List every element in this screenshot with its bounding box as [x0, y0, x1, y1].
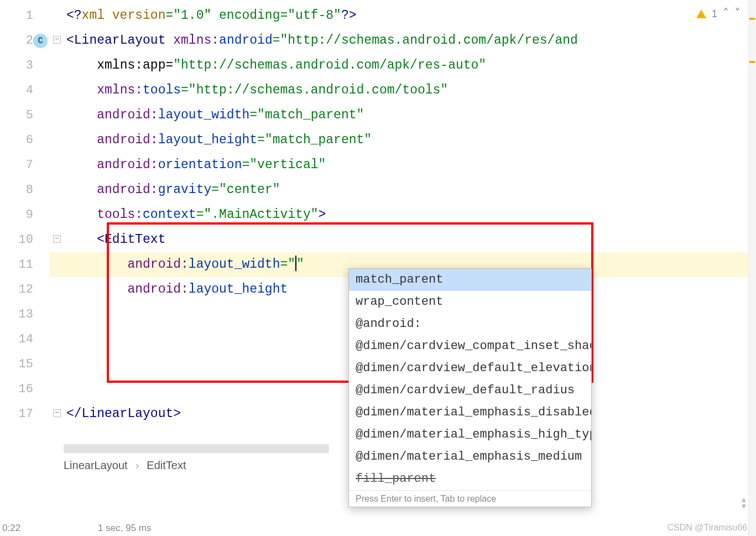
next-highlight-icon[interactable]: ˅ [734, 7, 741, 21]
code-line[interactable]: android:layout_width="match_parent" [50, 103, 756, 128]
code-token: "http://schemas.android.com/apk/res-auto… [173, 58, 486, 72]
fold-toggle-icon[interactable]: − [53, 235, 61, 243]
code-token: ="match_parent" [249, 108, 364, 122]
line-number: 12 [0, 277, 50, 302]
autocomplete-popup[interactable]: match_parentwrap_content@android:@dimen/… [348, 268, 592, 507]
rail-warning-mark[interactable] [749, 61, 755, 63]
warning-count: 1 [712, 8, 717, 20]
code-token: gravity [158, 183, 212, 197]
code-token: android: [97, 108, 158, 122]
code-token: android [219, 33, 273, 48]
code-token: LinearLayout [82, 407, 174, 421]
chevron-right-icon: › [135, 454, 139, 476]
line-number: 10 [0, 227, 50, 252]
prev-highlight-icon[interactable]: ˄ [723, 7, 729, 21]
code-token: " [296, 257, 304, 272]
code-line[interactable]: android:orientation="vertical" [50, 153, 756, 178]
code-line[interactable]: xmlns:tools="http://schemas.android.com/… [50, 78, 756, 103]
code-token: android: [127, 257, 188, 272]
code-token: ?> [341, 8, 357, 23]
code-token: LinearLayout [74, 33, 173, 48]
code-token: ="match_parent" [257, 133, 372, 147]
context-badge-icon: C [33, 34, 48, 48]
breadcrumb-item[interactable]: EditText [147, 454, 186, 476]
code-token: <? [66, 8, 82, 23]
code-token: layout_height [158, 133, 257, 147]
autocomplete-item[interactable]: @android: [349, 313, 591, 335]
code-line[interactable]: android:layout_height="match_parent" [50, 128, 756, 153]
line-number: 1 [0, 3, 50, 28]
code-line[interactable]: tools:context=".MainActivity"> [50, 202, 756, 227]
code-token: </ [66, 407, 82, 421]
code-token: < [66, 33, 74, 48]
code-line[interactable]: xmlns:app="http://schemas.android.com/ap… [50, 53, 756, 78]
fold-toggle-icon[interactable]: − [53, 36, 61, 44]
status-bar: 0:22 1 sec, 95 ms [2, 523, 151, 534]
line-number: 4 [0, 78, 50, 103]
autocomplete-item[interactable]: @dimen/cardview_default_elevation [349, 357, 591, 379]
breadcrumb-bar[interactable]: LinearLayout › EditText [64, 454, 186, 476]
autocomplete-item[interactable]: fill_parent [349, 468, 591, 490]
line-number-gutter: 1 2 C 3 4 5 6 7 8 9 10 11 12 13 14 15 16… [0, 0, 50, 536]
code-token: EditText [105, 232, 165, 247]
code-token: android: [97, 158, 158, 172]
code-token: layout_width [158, 108, 250, 122]
autocomplete-item[interactable]: @dimen/material_emphasis_medium [349, 446, 591, 468]
fold-toggle-icon[interactable]: − [53, 409, 61, 417]
autocomplete-item[interactable]: @dimen/material_emphasis_high_type [349, 424, 591, 446]
code-token: > [319, 207, 326, 222]
code-token: xmlns:app= [97, 58, 173, 72]
code-token: layout_width [189, 257, 280, 272]
error-stripe[interactable] [748, 0, 756, 536]
line-number: 3 [0, 53, 50, 78]
line-number: 11 [0, 252, 50, 277]
line-number: 2 C [0, 28, 50, 53]
watermark-text: CSDN @Tiramisu66 [667, 523, 747, 533]
code-token: =".MainActivity" [196, 207, 319, 222]
warning-icon [696, 9, 706, 18]
horizontal-scrollbar[interactable] [64, 444, 329, 453]
code-line[interactable]: android:gravity="center" [50, 178, 756, 202]
line-number: 5 [0, 103, 50, 128]
code-token: ="http://schemas.android.com/tools" [181, 83, 448, 97]
code-token: < [97, 232, 105, 247]
inspection-widget[interactable]: 1 ˄ ˅ [696, 7, 741, 21]
code-token: xmlns: [97, 83, 143, 97]
line-number: 17 [0, 402, 50, 426]
code-token: context [143, 207, 196, 222]
breadcrumb-item[interactable]: LinearLayout [64, 454, 128, 476]
code-token: orientation [158, 158, 242, 172]
text-cursor [295, 256, 296, 271]
corner-resize-icon: ▴▾ [741, 497, 747, 509]
code-token: ="vertical" [242, 158, 326, 172]
code-token: android: [97, 133, 158, 147]
code-token: ="http://schemas.android.com/apk/res/and [273, 33, 578, 48]
line-number: 14 [0, 327, 50, 352]
code-token: xmlns: [173, 33, 219, 48]
code-token: tools: [97, 207, 143, 222]
autocomplete-item[interactable]: @dimen/cardview_compat_inset_shadow [349, 335, 591, 357]
code-token: =" [280, 257, 295, 272]
autocomplete-item[interactable]: match_parent [349, 269, 591, 291]
code-token: android: [127, 282, 188, 296]
code-token: > [173, 407, 181, 421]
autocomplete-item[interactable]: wrap_content [349, 291, 591, 313]
autocomplete-footer-hint: Press Enter to insert, Tab to replace [349, 490, 591, 507]
rail-warning-mark[interactable] [749, 18, 755, 20]
code-line[interactable]: −<LinearLayout xmlns:android="http://sch… [50, 28, 756, 53]
line-number: 6 [0, 128, 50, 153]
status-position: 0:22 [2, 523, 20, 534]
code-line[interactable]: − <EditText [50, 227, 756, 252]
code-line[interactable]: <?xml version="1.0" encoding="utf-8"?> [50, 3, 756, 28]
code-token: android: [97, 183, 158, 197]
status-timing: 1 sec, 95 ms [98, 523, 151, 534]
line-number: 13 [0, 302, 50, 327]
code-token: layout_height [189, 282, 288, 296]
autocomplete-item[interactable]: @dimen/cardview_default_radius [349, 379, 591, 402]
line-number: 8 [0, 178, 50, 202]
autocomplete-item[interactable]: @dimen/material_emphasis_disabled [349, 402, 591, 424]
code-token: ="1.0" encoding="utf-8" [165, 8, 341, 23]
line-number: 16 [0, 377, 50, 402]
line-number: 7 [0, 153, 50, 178]
line-number: 15 [0, 352, 50, 377]
